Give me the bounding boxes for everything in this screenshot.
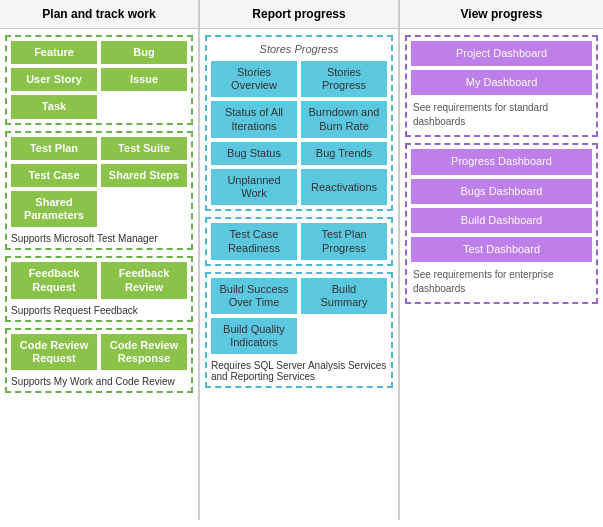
build-summary-button[interactable]: Build Summary <box>301 278 387 314</box>
feedback-review-button[interactable]: Feedback Review <box>101 262 187 298</box>
code-review-request-button[interactable]: Code Review Request <box>11 334 97 370</box>
feature-button[interactable]: Feature <box>11 41 97 64</box>
enterprise-dashboards-note: See requirements for enterprise dashboar… <box>411 266 592 298</box>
test-case-readiness-button[interactable]: Test Case Readiness <box>211 223 297 259</box>
stories-progress-button[interactable]: Stories Progress <box>301 61 387 97</box>
shared-steps-button[interactable]: Shared Steps <box>101 164 187 187</box>
plan-panel: Plan and track work Feature Bug User Sto… <box>0 0 200 520</box>
task-button[interactable]: Task <box>11 95 97 118</box>
stories-section: Stores Progress Stories Overview Stories… <box>205 35 393 211</box>
feedback-section: Feedback Request Feedback Review Support… <box>5 256 193 321</box>
view-body: Project Dashboard My Dashboard See requi… <box>400 29 603 520</box>
status-all-iterations-button[interactable]: Status of All Iterations <box>211 101 297 137</box>
build-dashboard-button[interactable]: Build Dashboard <box>411 208 592 233</box>
report-build-pair-1: Build Success Over Time Build Summary <box>211 278 387 314</box>
code-review-section: Code Review Request Code Review Response… <box>5 328 193 393</box>
progress-dashboard-button[interactable]: Progress Dashboard <box>411 149 592 174</box>
code-review-row1: Code Review Request Code Review Response <box>11 334 187 370</box>
code-review-section-note: Supports My Work and Code Review <box>11 376 187 387</box>
test-section: Test Plan Test Suite Test Case Shared St… <box>5 131 193 251</box>
report-test-pair-1: Test Case Readiness Test Plan Progress <box>211 223 387 259</box>
shared-params-button[interactable]: Shared Parameters <box>11 191 97 227</box>
test-dashboard-button[interactable]: Test Dashboard <box>411 237 592 262</box>
report-body: Stores Progress Stories Overview Stories… <box>200 29 398 520</box>
work-items-section: Feature Bug User Story Issue Task <box>5 35 193 125</box>
unplanned-work-button[interactable]: Unplanned Work <box>211 169 297 205</box>
burndown-burn-rate-button[interactable]: Burndown and Burn Rate <box>301 101 387 137</box>
view-header: View progress <box>400 0 603 29</box>
test-case-button[interactable]: Test Case <box>11 164 97 187</box>
bug-trends-button[interactable]: Bug Trends <box>301 142 387 165</box>
standard-dashboards-note: See requirements for standard dashboards <box>411 99 592 131</box>
enterprise-dashboards-section: Progress Dashboard Bugs Dashboard Build … <box>405 143 598 304</box>
report-pair-1: Stories Overview Stories Progress <box>211 61 387 97</box>
work-items-row2: User Story Issue <box>11 68 187 91</box>
reactivations-button[interactable]: Reactivations <box>301 169 387 205</box>
report-build-single-row: Build Quality Indicators <box>211 318 387 354</box>
report-pair-3: Bug Status Bug Trends <box>211 142 387 165</box>
feedback-section-note: Supports Request Feedback <box>11 305 187 316</box>
build-section-note: Requires SQL Server Analysis Services an… <box>211 360 387 382</box>
test-row2: Test Case Shared Steps <box>11 164 187 187</box>
stories-overview-button[interactable]: Stories Overview <box>211 61 297 97</box>
standard-dashboards-section: Project Dashboard My Dashboard See requi… <box>405 35 598 137</box>
report-pair-4: Unplanned Work Reactivations <box>211 169 387 205</box>
report-header: Report progress <box>200 0 398 29</box>
user-story-button[interactable]: User Story <box>11 68 97 91</box>
stores-label: Stores Progress <box>211 41 387 57</box>
issue-button[interactable]: Issue <box>101 68 187 91</box>
plan-header: Plan and track work <box>0 0 198 29</box>
test-suite-button[interactable]: Test Suite <box>101 137 187 160</box>
test-section-note: Supports Microsoft Test Manager <box>11 233 187 244</box>
test-row1: Test Plan Test Suite <box>11 137 187 160</box>
feedback-row1: Feedback Request Feedback Review <box>11 262 187 298</box>
work-items-row1: Feature Bug <box>11 41 187 64</box>
main-layout: Plan and track work Feature Bug User Sto… <box>0 0 603 520</box>
code-review-response-button[interactable]: Code Review Response <box>101 334 187 370</box>
plan-body: Feature Bug User Story Issue Task Test P… <box>0 29 198 520</box>
test-plan-button[interactable]: Test Plan <box>11 137 97 160</box>
report-pair-2: Status of All Iterations Burndown and Bu… <box>211 101 387 137</box>
test-report-section: Test Case Readiness Test Plan Progress <box>205 217 393 265</box>
report-panel: Report progress Stores Progress Stories … <box>200 0 400 520</box>
test-plan-progress-button[interactable]: Test Plan Progress <box>301 223 387 259</box>
build-report-section: Build Success Over Time Build Summary Bu… <box>205 272 393 389</box>
view-panel: View progress Project Dashboard My Dashb… <box>400 0 603 520</box>
build-success-over-time-button[interactable]: Build Success Over Time <box>211 278 297 314</box>
feedback-request-button[interactable]: Feedback Request <box>11 262 97 298</box>
bug-button[interactable]: Bug <box>101 41 187 64</box>
test-row3: Shared Parameters <box>11 191 187 227</box>
work-items-row3: Task <box>11 95 187 118</box>
build-quality-indicators-button[interactable]: Build Quality Indicators <box>211 318 297 354</box>
project-dashboard-button[interactable]: Project Dashboard <box>411 41 592 66</box>
my-dashboard-button[interactable]: My Dashboard <box>411 70 592 95</box>
bugs-dashboard-button[interactable]: Bugs Dashboard <box>411 179 592 204</box>
bug-status-button[interactable]: Bug Status <box>211 142 297 165</box>
